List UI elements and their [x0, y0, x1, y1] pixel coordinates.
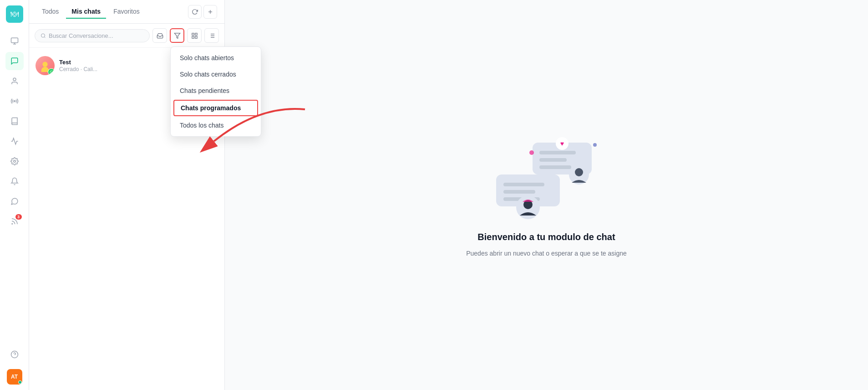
app-logo[interactable]: 🍽	[6, 5, 23, 23]
svg-point-4	[14, 101, 15, 102]
filter-dropdown: Solo chats abiertos Solo chats cerrados …	[170, 46, 261, 137]
tab-mis-chats[interactable]: Mis chats	[66, 5, 106, 19]
svg-rect-16	[195, 36, 197, 38]
welcome-area: ♥ Bienvenido a tu modulo de chat Puedes …	[466, 133, 627, 257]
svg-point-6	[12, 224, 13, 225]
svg-line-12	[44, 36, 45, 37]
sidebar-item-monitor[interactable]	[5, 32, 24, 50]
sidebar-item-reports[interactable]	[5, 132, 24, 150]
inbox-icon	[157, 32, 163, 39]
filter-option-open[interactable]: Solo chats abiertos	[171, 50, 261, 66]
svg-rect-28	[539, 158, 567, 162]
svg-rect-27	[539, 151, 576, 154]
sort-button[interactable]	[204, 28, 219, 43]
sidebar-item-notifications[interactable]	[5, 172, 24, 190]
svg-rect-0	[11, 38, 18, 43]
filter-option-closed[interactable]: Solo chats cerrados	[171, 66, 261, 82]
feed-badge: 3	[15, 214, 22, 220]
sidebar-item-feed[interactable]: 3	[5, 212, 24, 231]
svg-point-24	[42, 62, 47, 67]
svg-rect-29	[539, 165, 571, 169]
svg-rect-17	[192, 36, 193, 38]
welcome-subtitle: Puedes abrir un nuevo chat o esperar a q…	[466, 250, 627, 257]
user-avatar[interactable]: AT	[7, 369, 22, 385]
chat-name: Test	[59, 59, 188, 66]
svg-point-5	[13, 160, 15, 163]
sidebar-item-help[interactable]	[5, 345, 24, 364]
svg-rect-36	[503, 190, 535, 194]
svg-point-39	[575, 168, 583, 176]
svg-text:♥: ♥	[560, 140, 564, 147]
sidebar-item-notebook[interactable]	[5, 112, 24, 130]
svg-point-33	[593, 143, 597, 147]
sidebar-item-whatsapp[interactable]	[5, 192, 24, 210]
filter-option-scheduled[interactable]: Chats programados	[173, 100, 258, 116]
filter-option-pending[interactable]: Chats pendientes	[171, 82, 261, 99]
inbox-filter-button[interactable]	[152, 28, 167, 43]
welcome-illustration: ♥	[482, 133, 610, 225]
chat-subtitle: Cerrado · Cali...	[59, 66, 188, 72]
search-input[interactable]	[49, 32, 144, 39]
chat-panel: Todos Mis chats Favoritos	[29, 0, 225, 390]
chat-avatar	[36, 56, 55, 75]
online-indicator	[18, 380, 22, 384]
add-chat-button[interactable]	[203, 5, 217, 19]
whatsapp-channel-badge	[48, 68, 55, 75]
tab-todos[interactable]: Todos	[36, 5, 64, 19]
sidebar-item-broadcast[interactable]	[5, 92, 24, 110]
sidebar-item-settings[interactable]	[5, 152, 24, 170]
filter-option-all[interactable]: Todos los chats	[171, 117, 261, 133]
sort-icon	[208, 32, 215, 39]
svg-rect-15	[195, 33, 197, 35]
search-toolbar	[29, 24, 224, 48]
grid-icon	[191, 32, 198, 39]
search-wrapper	[35, 29, 150, 42]
welcome-title: Bienvenido a tu modulo de chat	[477, 232, 615, 242]
svg-marker-13	[174, 33, 180, 38]
search-icon	[41, 33, 46, 39]
svg-rect-35	[503, 183, 544, 186]
svg-rect-14	[192, 33, 193, 35]
refresh-button[interactable]	[188, 5, 202, 19]
tab-favoritos[interactable]: Favoritos	[108, 5, 145, 19]
svg-point-11	[41, 34, 45, 37]
chat-tabs: Todos Mis chats Favoritos	[29, 0, 224, 24]
chat-content: Test Cerrado · Cali...	[59, 59, 188, 72]
svg-point-32	[529, 150, 534, 155]
sidebar-item-contacts[interactable]	[5, 72, 24, 90]
filter-icon	[174, 32, 181, 39]
filter-button[interactable]	[170, 28, 184, 43]
sidebar: 🍽 3 AT	[0, 0, 29, 390]
svg-point-3	[13, 78, 16, 81]
main-content: ♥ Bienvenido a tu modulo de chat Puedes …	[225, 0, 868, 390]
grid-view-button[interactable]	[187, 28, 202, 43]
sidebar-item-chat[interactable]	[5, 52, 24, 70]
